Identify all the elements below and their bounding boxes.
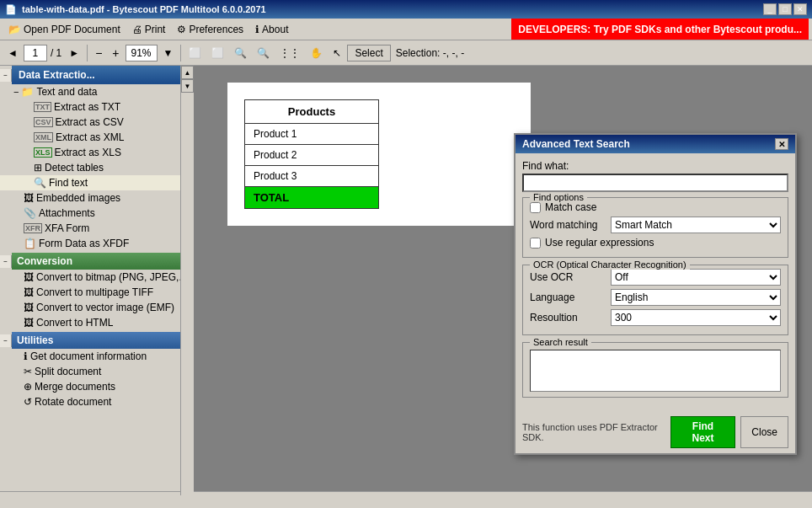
conv-collapse-icon[interactable]: − xyxy=(3,258,8,265)
match-case-checkbox[interactable] xyxy=(530,202,541,213)
dialog-footer: This function uses PDF Extractor SDK. Fi… xyxy=(516,411,795,453)
use-ocr-select[interactable]: Off On xyxy=(611,269,781,286)
tree-item-extract-xml[interactable]: XML Extract as XML xyxy=(0,130,193,145)
ocr-group: OCR (Optical Character Recognition) Use … xyxy=(522,265,788,335)
tree-item-extract-txt[interactable]: TXT Extract as TXT xyxy=(0,99,193,115)
use-ocr-row: Use OCR Off On xyxy=(530,269,781,286)
menu-open[interactable]: 📂 Open PDF Document xyxy=(3,22,126,37)
use-ocr-label: Use OCR xyxy=(530,271,606,283)
resolution-select[interactable]: 72 150 300 600 xyxy=(611,309,781,326)
dialog-close-btn[interactable]: Close xyxy=(740,416,788,448)
maximize-button[interactable]: □ xyxy=(778,3,792,15)
minimize-button[interactable]: _ xyxy=(763,3,777,15)
util-collapse-icon[interactable]: − xyxy=(3,337,8,345)
find-options-group: Find options Match case Word matching Sm… xyxy=(522,197,788,258)
split-icon: ✂ xyxy=(24,366,32,377)
tree-item-extract-xls[interactable]: XLS Extract as XLS xyxy=(0,145,193,160)
menu-bar: 📂 Open PDF Document 🖨 Print ⚙ Preference… xyxy=(0,19,812,40)
language-label: Language xyxy=(530,291,606,303)
tree-item-text-and-data[interactable]: 📁 Text and data xyxy=(0,84,193,99)
html-icon: 🖼 xyxy=(24,317,34,329)
table-row: Product 2 xyxy=(245,145,379,166)
dev-banner: DEVELOPERS: Try PDF SDKs and other Bytes… xyxy=(511,19,809,40)
match-case-row: Match case xyxy=(530,201,781,213)
open-icon: 📂 xyxy=(8,24,21,35)
zoom-input[interactable] xyxy=(126,45,158,61)
cursor-button[interactable]: ↖ xyxy=(329,44,345,62)
toolbar-sep-2 xyxy=(180,45,181,61)
nav-forward-button[interactable]: ► xyxy=(65,44,83,62)
tree-item-extract-csv[interactable]: CSV Extract as CSV xyxy=(0,115,193,130)
table-row: Product 1 xyxy=(245,124,379,145)
word-matching-select[interactable]: Smart Match Whole Word Substring xyxy=(611,217,781,233)
tree-item-convert-tiff[interactable]: 🖼 Convert to multipage TIFF xyxy=(0,285,193,300)
tree-item-detect-tables[interactable]: ⊞ Detect tables xyxy=(0,160,193,175)
use-regex-row: Use regular expressions xyxy=(530,237,781,249)
view-btn-3[interactable]: 🔍 xyxy=(230,44,251,62)
tree-item-xfa-form[interactable]: XFR XFA Form xyxy=(0,221,193,236)
tree-item-convert-html[interactable]: 🖼 Convert to HTML xyxy=(0,315,193,330)
utilities-header[interactable]: Utilities xyxy=(12,332,193,349)
tiff-icon: 🖼 xyxy=(24,286,34,298)
table-icon: ⊞ xyxy=(34,162,42,174)
tree-item-attachments[interactable]: 📎 Attachments xyxy=(0,206,193,221)
docinfo-icon: ℹ xyxy=(24,350,28,362)
title-bar: 📄 table-with-data.pdf - Bytescout PDF Mu… xyxy=(0,0,812,19)
search-result-group: Search result xyxy=(522,342,788,398)
use-regex-checkbox[interactable] xyxy=(530,238,541,249)
bitmap-icon: 🖼 xyxy=(24,271,34,283)
products-table: Products Product 1 Product 2 Product 3 T… xyxy=(244,99,379,209)
de-collapse-icon[interactable]: − xyxy=(3,72,8,79)
content-area: Products Product 1 Product 2 Product 3 T… xyxy=(194,66,812,491)
xls-icon: XLS xyxy=(34,147,52,158)
dialog-close-button[interactable]: ✕ xyxy=(775,138,788,150)
left-panel-scroll: − Data Extractio... 📁 Text and data TXT … xyxy=(0,66,193,491)
page-number-input[interactable] xyxy=(24,45,47,61)
view-btn-1[interactable]: ⬜ xyxy=(184,44,206,62)
scroll-up-button[interactable]: ▲ xyxy=(181,66,194,79)
tree-item-merge-docs[interactable]: ⊕ Merge documents xyxy=(0,379,193,394)
tree-item-split-doc[interactable]: ✂ Split document xyxy=(0,364,193,379)
close-button[interactable]: ✕ xyxy=(793,3,807,15)
advanced-text-search-dialog: Advanced Text Search ✕ Find what: Find o… xyxy=(514,133,797,455)
find-next-button[interactable]: Find Next xyxy=(670,416,736,448)
view-btn-2[interactable]: ⬜ xyxy=(207,44,228,62)
app-icon: 📄 xyxy=(5,4,17,15)
window-title: table-with-data.pdf - Bytescout PDF Mult… xyxy=(22,4,266,14)
language-select[interactable]: English French German Spanish xyxy=(611,289,781,306)
tree-item-embedded-images[interactable]: 🖼 Embedded images xyxy=(0,190,193,206)
tree-item-convert-bitmap[interactable]: 🖼 Convert to bitmap (PNG, JPEG,... xyxy=(0,270,193,285)
tree-item-convert-vector[interactable]: 🖼 Convert to vector image (EMF) xyxy=(0,300,193,315)
scroll-down-button[interactable]: ▼ xyxy=(181,79,194,93)
menu-preferences[interactable]: ⚙ Preferences xyxy=(172,22,248,37)
tree-item-find-text[interactable]: 🔍 Find text xyxy=(0,175,193,190)
menu-about[interactable]: ℹ About xyxy=(250,22,293,37)
hand-tool-button[interactable]: ✋ xyxy=(306,44,327,62)
find-options-label: Find options xyxy=(530,192,587,202)
view-btn-4[interactable]: 🔍 xyxy=(253,44,274,62)
zoom-out-button[interactable]: − xyxy=(91,44,106,62)
nav-back-button[interactable]: ◄ xyxy=(3,44,22,62)
vector-icon: 🖼 xyxy=(24,302,34,313)
word-matching-label: Word matching xyxy=(530,219,606,231)
toolbar-sep-1 xyxy=(87,45,88,61)
view-btn-5[interactable]: ⋮⋮ xyxy=(275,44,304,62)
tree-item-get-doc-info[interactable]: ℹ Get document information xyxy=(0,349,193,364)
select-button[interactable]: Select xyxy=(347,45,390,61)
conversion-header[interactable]: Conversion xyxy=(12,253,193,270)
page-total: / 1 xyxy=(51,47,61,59)
xfa-icon: XFR xyxy=(24,223,42,233)
zoom-dropdown-button[interactable]: ▼ xyxy=(159,44,178,62)
dialog-buttons: Find Next Close xyxy=(670,416,788,448)
xml-icon: XML xyxy=(34,132,53,142)
form-icon: 📋 xyxy=(24,238,36,249)
find-what-input[interactable] xyxy=(522,174,788,192)
left-panel-vscroll[interactable]: ▲ ▼ xyxy=(180,66,194,491)
zoom-in-button[interactable]: + xyxy=(108,44,123,62)
data-extraction-header[interactable]: Data Extractio... xyxy=(12,66,193,84)
table-total-row: TOTAL xyxy=(245,187,379,209)
dialog-title-bar: Advanced Text Search ✕ xyxy=(516,135,795,153)
tree-item-rotate-doc[interactable]: ↺ Rotate document xyxy=(0,394,193,409)
menu-print[interactable]: 🖨 Print xyxy=(127,22,171,37)
tree-item-form-data-xfdf[interactable]: 📋 Form Data as XFDF xyxy=(0,236,193,251)
